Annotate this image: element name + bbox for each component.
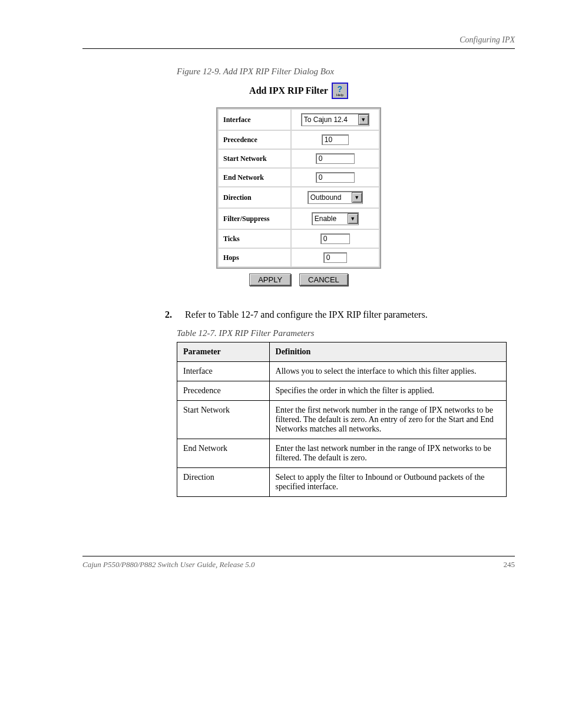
table-row: End Network Enter the last network numbe… [177, 439, 507, 468]
def-cell: Allows you to select the interface to wh… [269, 362, 506, 381]
label-hops: Hops [219, 249, 290, 266]
label-start-network: Start Network [219, 150, 290, 167]
start-network-input[interactable]: 0 [316, 153, 355, 164]
def-cell: Enter the first network number in the ra… [269, 401, 506, 439]
interface-select-value: To Cajun 12.4 [304, 116, 348, 124]
def-cell: Enter the last network number in the ran… [269, 439, 506, 468]
label-filter-suppress: Filter/Suppress [219, 209, 290, 229]
param-cell: Start Network [177, 401, 270, 439]
step-number: 2. [165, 309, 174, 320]
label-ticks: Ticks [219, 230, 290, 248]
chevron-down-icon: ▼ [352, 192, 362, 203]
parameters-table: Parameter Definition Interface Allows yo… [177, 342, 507, 497]
direction-select-value: Outbound [310, 193, 342, 202]
param-cell: Interface [177, 362, 270, 381]
help-icon: ? [338, 85, 343, 93]
interface-select[interactable]: To Cajun 12.4 ▼ [301, 113, 369, 126]
table-row: Precedence Specifies the order in which … [177, 381, 507, 401]
param-cell: Precedence [177, 381, 270, 401]
param-cell: End Network [177, 439, 270, 468]
filter-suppress-select-value: Enable [315, 215, 336, 223]
header-rule [82, 48, 515, 49]
footer-page-number: 245 [504, 560, 515, 569]
help-button[interactable]: ? Help [332, 83, 348, 99]
footer-title: Cajun P550/P880/P882 Switch User Guide, … [82, 560, 254, 569]
table-header-definition: Definition [269, 342, 506, 362]
table-header-parameter: Parameter [177, 342, 270, 362]
filter-suppress-select[interactable]: Enable ▼ [312, 212, 359, 225]
label-interface: Interface [219, 110, 290, 130]
label-end-network: End Network [219, 169, 290, 186]
apply-button[interactable]: APPLY [249, 274, 291, 286]
ipx-rip-filter-dialog: Add IPX RIP Filter ? Help Interface To C… [216, 83, 381, 286]
table-row: Start Network Enter the first network nu… [177, 401, 507, 439]
table-row: Interface Allows you to select the inter… [177, 362, 507, 381]
form-grid: Interface To Cajun 12.4 ▼ Precedence 10 … [216, 107, 381, 269]
precedence-input[interactable]: 10 [322, 134, 349, 145]
dialog-title: Add IPX RIP Filter [249, 85, 328, 96]
end-network-input[interactable]: 0 [316, 172, 355, 183]
figure-caption: Figure 12-9. Add IPX RIP Filter Dialog B… [177, 67, 515, 77]
table-caption: Table 12-7. IPX RIP Filter Parameters [177, 328, 515, 338]
help-button-label: Help [336, 93, 343, 97]
direction-select[interactable]: Outbound ▼ [308, 191, 363, 204]
label-precedence: Precedence [219, 131, 290, 149]
def-cell: Select to apply the filter to Inbound or… [269, 468, 506, 497]
cancel-button[interactable]: CANCEL [299, 274, 348, 286]
table-row: Direction Select to apply the filter to … [177, 468, 507, 497]
step-text: Refer to Table 12-7 and configure the IP… [185, 309, 428, 320]
header-right: Configuring IPX [459, 35, 515, 45]
param-cell: Direction [177, 468, 270, 497]
hops-input[interactable]: 0 [323, 252, 347, 263]
chevron-down-icon: ▼ [348, 213, 358, 224]
label-direction: Direction [219, 187, 290, 207]
page-footer: Cajun P550/P880/P882 Switch User Guide, … [82, 556, 515, 569]
chevron-down-icon: ▼ [358, 114, 369, 125]
def-cell: Specifies the order in which the filter … [269, 381, 506, 401]
ticks-input[interactable]: 0 [320, 233, 350, 244]
